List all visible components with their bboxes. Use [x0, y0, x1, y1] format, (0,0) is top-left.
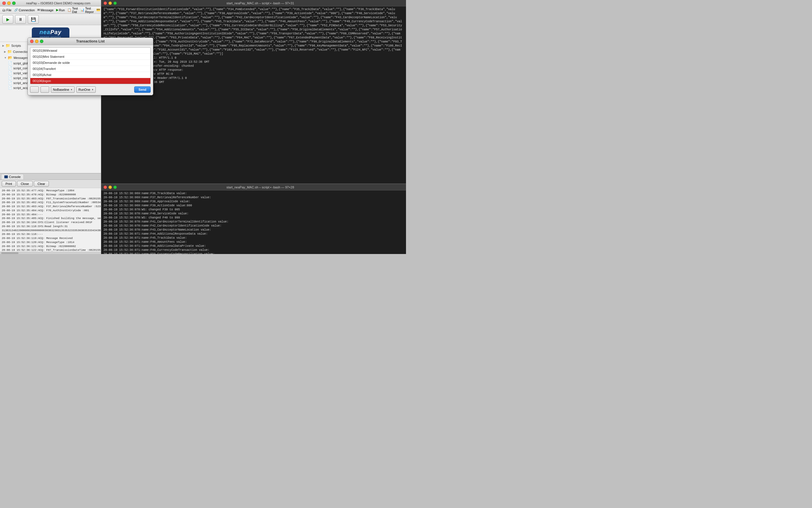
console-tab-bar: Console: [0, 173, 101, 180]
file-icon-1: 📄: [8, 66, 12, 70]
console-line: 20-08-19 15:52:35:485:ACQ: Finished buil…: [2, 216, 99, 220]
term-bottom-line: 20-08-19 15:52:36:069:name:F39_ActionCod…: [104, 204, 404, 208]
small-btn-1[interactable]: [30, 86, 39, 93]
term-bottom-line: 20-08-19 15:52:36:070:name:F42_CardAccep…: [104, 224, 404, 228]
console-line: 20-08-19 15:52:35:482:ACQ: F11_SystemTra…: [2, 201, 99, 205]
console-scrollbar[interactable]: [0, 252, 101, 254]
dialog-title-bar: Transactions List: [28, 38, 153, 45]
tx-item-4[interactable]: 001|05|Achat: [30, 72, 150, 78]
menu-card[interactable]: 💳 Card: [95, 7, 101, 12]
term-max-button[interactable]: [113, 1, 117, 5]
app-title: neaPay – ISO8583 Client DEMO neapay.com: [18, 1, 99, 5]
menu-bar: 🗂 File 🔗 Connection ✉ Message ▶ Run 📋: [0, 6, 101, 14]
file-icon-3: 📄: [8, 76, 12, 80]
console-buttons: Print Close Clear: [0, 180, 101, 188]
save-button[interactable]: 💾: [28, 15, 39, 24]
dialog-body: 001|01|Withrawal 001|02|Mini Statement 0…: [28, 45, 153, 95]
console-line: 20-08-19 15:52:35:483:ACQ: F37_Retrieval…: [2, 205, 99, 209]
tx-item-3[interactable]: 001|04|Transfert: [30, 66, 150, 72]
folder-icon-scripts: 📁: [5, 43, 10, 48]
console-line: 20-08-19 15:52:36:120:ACQ: MessageType :…: [2, 241, 99, 245]
term-bottom-line: 20-08-19 15:52:36:071:name:F45_Track1Dat…: [104, 236, 404, 240]
console-line: 20-08-19 15:52:35:483:ACQ: F07_Transmiss…: [2, 197, 99, 201]
file-icon-2: 📄: [8, 71, 12, 75]
terminal-bottom-content[interactable]: 20-08-19 15:52:36:069:name:F36_Track3Dat…: [101, 190, 406, 254]
console-tab[interactable]: Console: [1, 174, 24, 179]
maximize-button[interactable]: [12, 1, 15, 5]
menu-testdat[interactable]: 📋 Test Dat: [66, 6, 79, 14]
console-line: 20-08-19 15:52:35:477:ACQ: MessageType :…: [2, 189, 99, 193]
menu-testreport[interactable]: 📊 Test Repor: [79, 6, 95, 14]
tx-list: 001|01|Withrawal 001|02|Mini Statement 0…: [30, 47, 151, 84]
tx-item-1[interactable]: 001|02|Mini Statement: [30, 54, 150, 60]
scripts-label: Scripts: [11, 44, 21, 47]
menu-run[interactable]: ▶ Run: [55, 7, 66, 12]
term-min-button[interactable]: [109, 1, 112, 5]
console-line: 20-08-19 15:52:36:118:---: [2, 232, 99, 237]
left-panel: 🗂 File 🔗 Connection ✉ Message ▶ Run 📋: [0, 6, 101, 254]
expand-arrow-messages: ▼: [4, 56, 7, 59]
baseline-label: NoBaseline: [53, 88, 69, 91]
console-tab-icon: [4, 175, 8, 178]
print-button[interactable]: Print: [2, 181, 16, 187]
small-btn-2[interactable]: [40, 86, 49, 93]
console-tab-label: Console: [9, 175, 21, 179]
baseline-arrow-icon: ▼: [70, 88, 73, 91]
toolbar: ▶ ⏸ 💾: [0, 14, 101, 25]
term-bottom-line: 20-08-19 15:52:36:071:name:F50_CurrencyC…: [104, 252, 404, 254]
console-output[interactable]: 20-08-19 15:52:35:477:ACQ: MessageType :…: [0, 188, 101, 252]
terminal-bottom-controls: [104, 185, 117, 189]
term-bottom-line: 20-08-19 15:52:36:071:name:F48_Additiona…: [104, 244, 404, 248]
menu-message[interactable]: ✉ Message: [36, 7, 55, 12]
dialog-min-button[interactable]: [35, 40, 38, 43]
send-button[interactable]: Send: [134, 86, 151, 93]
file-icon-5: 📄: [8, 86, 12, 90]
terminal-top-title-bar: start_neaPay_MAC.sh – script • -bash — 9…: [101, 0, 406, 6]
close-console-button[interactable]: Close: [17, 181, 33, 187]
console-line: 20-08-19 15:52:36:104:SYS:Client listene…: [2, 220, 99, 224]
term-bottom-line: 20-08-19 15:52:36:071:name:F44_Additiona…: [104, 232, 404, 236]
term-bottom-line: 20-08-19 15:52:36:070:name:F41_CardAccep…: [104, 220, 404, 224]
play-button[interactable]: ▶: [2, 15, 13, 24]
file-icon-4: 📄: [8, 81, 12, 85]
close-button[interactable]: [2, 1, 6, 5]
term-bottom-line: 20-08-19 15:52:36:070:name:F40_ServiceCo…: [104, 212, 404, 216]
menu-connection[interactable]: 🔗 Connection: [13, 7, 36, 12]
term-bottom-line: 20-08-19 15:52:36:070:WS: changed F39 to…: [104, 208, 404, 212]
console-line: 20-08-19 15:52:36:121:ACQ: Bitmap :02200…: [2, 245, 99, 249]
console-line: 20-08-19 15:52:35:484:ACQ: F70_AuthInstC…: [2, 209, 99, 213]
runone-select[interactable]: RunOne ▼: [76, 86, 96, 93]
minimize-button[interactable]: [7, 1, 11, 5]
console-line: 3138313402200000020000000030383230313535…: [2, 228, 99, 232]
folder-icon-messages: 📂: [8, 55, 12, 60]
tx-item-2[interactable]: 001|03|Demande de solde: [30, 60, 150, 66]
dialog-close-button[interactable]: [30, 40, 34, 43]
menu-file[interactable]: 🗂 File: [1, 7, 13, 13]
term-bottom-close-button[interactable]: [104, 185, 107, 189]
term-close-button[interactable]: [104, 1, 107, 5]
term-bottom-max-button[interactable]: [113, 185, 117, 189]
term-bottom-min-button[interactable]: [109, 185, 112, 189]
tx-item-0[interactable]: 001|01|Withrawal: [30, 48, 150, 54]
term-bottom-line: 20-08-19 15:52:36:069:name:F36_Track3Dat…: [104, 192, 404, 196]
dialog-window-controls: [30, 40, 43, 43]
dialog-controls-row: NoBaseline ▼ RunOne ▼ Send: [30, 86, 151, 93]
console-line: 20-08-19 15:52:35:484:---: [2, 213, 99, 217]
terminal-bottom-title: start_neaPay_MAC.sh – script • -bash — 9…: [117, 185, 404, 189]
window-controls: [2, 1, 15, 5]
console-line: 20-08-19 15:52:35:478:ACQ: Bitmap :82200…: [2, 193, 99, 197]
term-bottom-line: 20-08-19 15:52:36:070:WS: changed F40 to…: [104, 216, 404, 220]
dialog-max-button[interactable]: [40, 40, 43, 43]
baseline-select[interactable]: NoBaseline ▼: [51, 86, 75, 93]
tx-item-5-selected[interactable]: 001|06|logon: [30, 78, 150, 84]
console-line: 20-08-19 15:52:36:119:ACQ: Message Recei…: [2, 237, 99, 241]
clear-button[interactable]: Clear: [34, 181, 49, 187]
term-bottom-line: 20-08-19 15:52:36:071:name:F46_AmountFee…: [104, 240, 404, 244]
pause-button[interactable]: ⏸: [15, 15, 26, 24]
console-line: 20-08-19 15:52:36:118:SYS:Read length:31: [2, 224, 99, 228]
app-title-bar: neaPay – ISO8583 Client DEMO neapay.com: [0, 0, 101, 6]
runone-label: RunOne: [78, 88, 90, 91]
terminal-top-title: start_neaPay_MAC.sh – script • -bash — 9…: [117, 1, 404, 5]
terminal-bottom-title-bar: start_neaPay_MAC.sh – script • -bash — 9…: [101, 184, 406, 190]
transactions-dialog: Transactions List 001|01|Withrawal 001|0…: [28, 38, 153, 95]
